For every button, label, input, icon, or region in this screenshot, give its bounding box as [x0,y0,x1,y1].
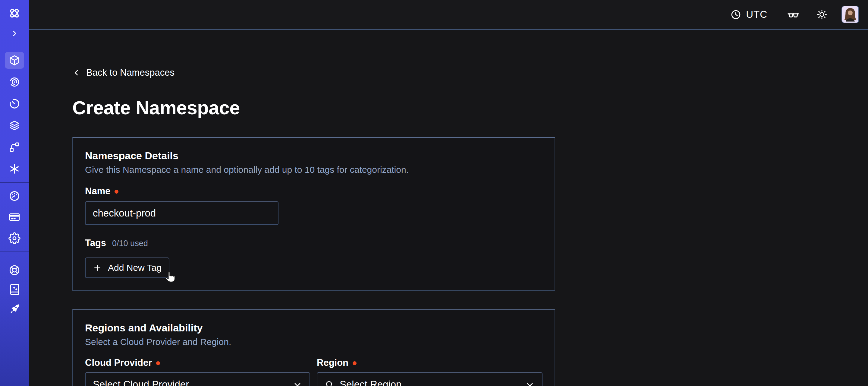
temporal-logo-icon [8,7,21,20]
sidebar-nav-help [5,262,24,317]
book-sparkle-icon [8,284,21,296]
avatar-image [842,6,858,23]
tags-label-row: Tags 0/10 used [85,238,542,248]
region-label-row: Region [317,357,542,368]
required-dot [115,190,119,194]
search-icon [324,380,334,386]
sidebar-item-support[interactable] [5,262,24,279]
sidebar-item-settings[interactable] [5,230,24,247]
add-new-tag-label: Add New Tag [108,263,161,273]
provider-region-grid: Cloud Provider Select Cloud Provider Reg… [85,357,542,386]
tags-label: Tags [85,238,106,248]
regions-availability-card: Regions and Availability Select a Cloud … [72,309,555,386]
sidebar-divider [0,182,29,183]
sidebar-item-monitor[interactable] [5,73,24,90]
sidebar-item-stacks[interactable] [5,117,24,134]
timezone-label: UTC [746,9,767,20]
sidebar-item-home[interactable] [8,7,21,20]
card-subtitle: Give this Namespace a name and optionall… [85,165,542,175]
required-dot [156,361,160,365]
reader-mode-button[interactable] [786,8,800,21]
gear-icon [8,232,21,244]
gauge-icon [8,190,21,202]
name-field-label-row: Name [85,186,542,197]
sidebar-expand-button[interactable] [10,30,19,37]
cloud-provider-select[interactable]: Select Cloud Provider [85,373,310,386]
sidebar-item-workflows[interactable] [5,139,24,156]
timezone-button[interactable]: UTC [730,9,767,20]
region-select[interactable]: Select Region [317,373,542,386]
topbar: UTC [29,0,868,30]
asterisk-icon [8,163,21,175]
namespace-name-input[interactable] [85,202,278,225]
sidebar-item-namespaces[interactable] [5,52,24,69]
sidebar [0,0,29,386]
sun-icon [816,9,828,20]
sidebar-divider [0,251,29,252]
region-label: Region [317,357,348,368]
life-ring-icon [8,264,21,276]
sidebar-item-billing[interactable] [5,209,24,226]
main-content: Back to Namespaces Create Namespace Name… [29,30,868,386]
clock-icon [730,9,741,20]
credit-card-icon [8,211,21,223]
cloud-provider-field: Cloud Provider Select Cloud Provider [85,357,310,386]
region-placeholder: Select Region [340,379,401,386]
sidebar-item-getting-started[interactable] [5,300,24,317]
name-label: Name [85,186,110,197]
sidebar-nav-primary [5,52,24,177]
glasses-icon [786,8,800,21]
theme-toggle-button[interactable] [816,9,828,20]
namespace-details-card: Namespace Details Give this Namespace a … [72,137,555,291]
cube-icon [8,54,21,66]
required-dot [352,361,356,365]
chevron-left-icon [72,68,81,77]
timer-icon [8,98,21,110]
card-title: Namespace Details [85,150,542,161]
sidebar-item-docs[interactable] [5,281,24,298]
chevron-right-icon [10,30,19,37]
branch-icon [8,141,21,153]
sidebar-item-nexus[interactable] [5,160,24,177]
region-field: Region Select Region [317,357,542,386]
sidebar-nav-account [5,187,24,247]
cloud-provider-placeholder: Select Cloud Provider [93,379,189,386]
sidebar-item-usage[interactable] [5,187,24,204]
plus-icon [93,263,102,272]
chevron-down-icon [525,380,535,386]
back-to-namespaces-link[interactable]: Back to Namespaces [72,67,175,78]
tags-usage-count: 0/10 used [112,239,148,248]
page-title: Create Namespace [72,97,868,119]
sidebar-item-schedules[interactable] [5,95,24,112]
cloud-provider-label-row: Cloud Provider [85,357,310,368]
add-new-tag-button[interactable]: Add New Tag [85,258,169,278]
user-avatar[interactable] [841,6,859,23]
card-subtitle: Select a Cloud Provider and Region. [85,337,542,347]
rocket-icon [8,303,21,315]
card-title: Regions and Availability [85,322,542,334]
cloud-provider-label: Cloud Provider [85,357,152,368]
chevron-down-icon [293,380,302,386]
layers-icon [8,119,21,131]
spiral-icon [8,76,21,88]
back-link-label: Back to Namespaces [86,67,175,78]
